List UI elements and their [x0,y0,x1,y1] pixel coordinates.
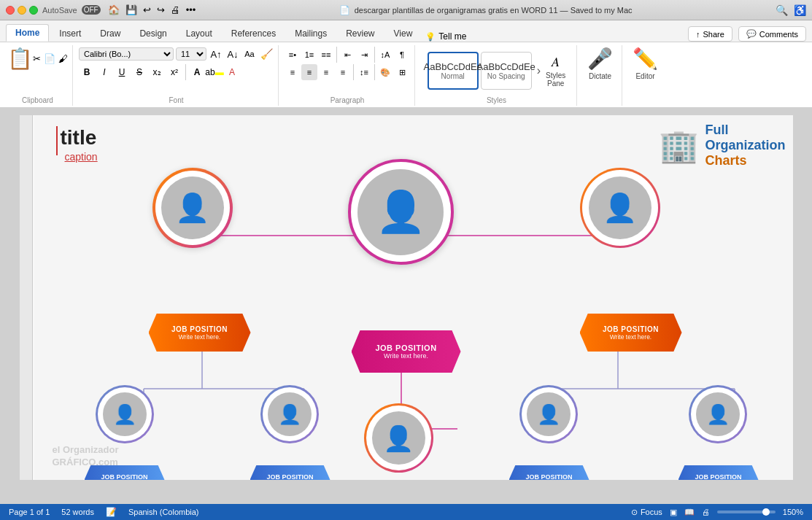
justify-button[interactable]: ≡ [335,64,351,80]
home-icon[interactable]: 🏠 [108,4,120,15]
save-icon[interactable]: 💾 [125,4,137,15]
zoom-slider[interactable] [717,511,776,513]
cut-button[interactable]: ✂ [33,53,41,64]
font-color-button[interactable]: A [189,64,205,80]
org-canvas[interactable]: title caption 🏢 Full Organization Charts [34,115,793,480]
read-view-button[interactable]: 📖 [684,508,695,517]
zoom-thumb[interactable] [762,508,770,516]
subscript-button[interactable]: x₂ [149,64,165,80]
para-sep2 [374,47,375,63]
font-size-decrease[interactable]: A↓ [225,47,240,61]
sort-button[interactable]: ↕A [377,47,393,63]
borders-button[interactable]: ⊞ [394,64,410,80]
left-badge: JOB POSITION Write text here. [149,314,251,352]
doc-icon: 📄 [339,5,350,15]
autosave-toggle[interactable]: OFF [82,5,101,15]
ribbon-tabs: Home Insert Draw Design Layout Reference… [0,20,812,42]
left-badge-sub: Write text here. [179,333,220,341]
format-painter-button[interactable]: 🖌 [58,53,68,64]
tab-view[interactable]: View [385,26,422,42]
tab-mailings[interactable]: Mailings [286,26,336,42]
dictate-label: Dictate [589,72,611,80]
increase-indent-button[interactable]: ⇥ [356,47,372,63]
style-no-spacing[interactable]: AaBbCcDdEe No Spacing [481,52,532,90]
sub4-person-node: 👤 [519,385,578,443]
sub2-badge-title: JOB POSITION [266,473,313,481]
paste-icon[interactable]: 📋 [7,47,33,71]
undo-icon[interactable]: ↩ [143,4,151,15]
align-left-button[interactable]: ≡ [285,64,301,80]
redo-icon[interactable]: ↪ [157,4,165,15]
font-size-select[interactable]: 11 [176,47,206,61]
decrease-indent-button[interactable]: ⇤ [339,47,355,63]
share-button[interactable]: ↑ Share [688,26,732,42]
focus-button[interactable]: ⊙ Focus [631,508,662,517]
para-sep1 [336,47,337,63]
bullets-button[interactable]: ≡• [285,47,301,63]
center-circle-outer: 👤 [348,159,454,265]
ribbon-right-buttons: ↑ Share 💬 Comments [688,26,806,42]
tab-layout[interactable]: Layout [177,26,221,42]
style-normal[interactable]: AaBbCcDdEe Normal [428,52,479,90]
superscript-button[interactable]: x² [166,64,182,80]
tab-draw[interactable]: Draw [91,26,129,42]
title-bar-right: 🔍 ♿ [776,4,806,16]
search-icon[interactable]: 🔍 [776,4,788,16]
show-marks-button[interactable]: ¶ [394,47,410,63]
print-view-button[interactable]: 🖨 [702,508,710,516]
underline-button[interactable]: U [114,64,130,80]
style-nospacing-preview: AaBbCcDdEe [477,61,535,72]
editor-label: Editor [635,72,654,80]
comments-button[interactable]: 💬 Comments [738,26,806,42]
line-spacing-button[interactable]: ↕≡ [356,64,372,80]
maximize-button[interactable] [29,6,38,15]
align-right-button[interactable]: ≡ [318,64,334,80]
bold-button[interactable]: B [79,64,95,80]
clear-format-button[interactable]: 🧹 [259,47,274,61]
tab-insert[interactable]: Insert [50,26,90,42]
multilevel-button[interactable]: ≡≡ [318,47,334,63]
tab-design[interactable]: Design [131,26,175,42]
window-title-area: 📄 descargar plantillas de organigramas g… [200,5,771,15]
strikethrough-button[interactable]: S [131,64,147,80]
window-controls[interactable] [6,6,38,15]
focus-label: Focus [641,508,662,516]
tab-home[interactable]: Home [6,24,49,42]
align-center-button[interactable]: ≡ [301,64,317,80]
toolbar-icons[interactable]: 🏠 💾 ↩ ↪ 🖨 ••• [108,4,196,15]
style-normal-preview: AaBbCcDdEe [424,61,482,72]
text-color-button[interactable]: A [224,64,240,80]
editor-icon: ✏️ [633,47,658,71]
font-size-increase[interactable]: A↑ [209,47,223,61]
shading-button[interactable]: 🎨 [377,64,393,80]
close-button[interactable] [6,6,15,15]
tell-me-area[interactable]: 💡 Tell me [425,31,466,42]
accessibility-icon[interactable]: ♿ [794,4,806,16]
more-icon[interactable]: ••• [186,4,196,15]
print-icon[interactable]: 🖨 [171,4,180,15]
numbering-button[interactable]: 1≡ [301,47,317,63]
font-case-button[interactable]: Aa [242,47,257,61]
center-badge-title: JOB POSITION [375,344,436,352]
zoom-level: 150% [783,508,803,516]
ribbon-toolbar: 📋 ✂ 📄 🖌 Clipboard Ca [0,42,812,108]
copy-button[interactable]: 📄 [44,53,55,64]
logo-text: Full Organization Charts [705,123,785,168]
right-badge-title: JOB POSITION [603,325,659,333]
styles-label: Styles [487,95,506,104]
microphone-icon: 🎤 [587,47,613,71]
doc-title-area: title caption [56,126,98,163]
minimize-button[interactable] [18,6,26,15]
editor-button[interactable]: ✏️ Editor [628,47,662,80]
font-label: Font [169,95,183,104]
autosave-value: OFF [84,6,98,14]
font-family-select[interactable]: Calibri (Bo...) [79,47,174,61]
tab-review[interactable]: Review [337,26,383,42]
highlight-button[interactable]: ab▬ [206,64,223,80]
layout-view-button[interactable]: ▣ [670,508,677,517]
styles-pane-button[interactable]: 𝐴 StylesPane [546,55,565,88]
tab-references[interactable]: References [223,26,285,42]
italic-button[interactable]: I [96,64,112,80]
dictate-button[interactable]: 🎤 Dictate [583,47,617,80]
styles-scroll-arrow[interactable]: › [534,61,544,80]
